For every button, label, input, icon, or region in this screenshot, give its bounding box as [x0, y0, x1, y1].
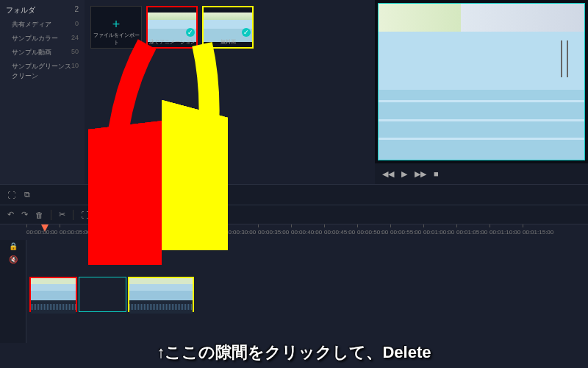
plus-icon: +	[112, 17, 121, 32]
thumb-label: 泳ぐアニメーション	[148, 38, 196, 46]
sidebar-item-colors[interactable]: サンプルカラー 24	[1, 32, 83, 46]
pool-ladder-graphic	[559, 40, 570, 77]
folder-label: フォルダ	[6, 5, 35, 15]
time-display: 00:00:00:00	[114, 210, 153, 219]
crop-button[interactable]: ⛶	[81, 210, 89, 219]
preview-video[interactable]	[378, 3, 585, 160]
timeline-clip-2[interactable]	[128, 277, 194, 312]
next-button[interactable]: ▶▶	[415, 169, 426, 179]
player-controls: ◀◀ ▶ ▶▶ ■	[375, 163, 588, 184]
import-media-button[interactable]: + ファイルをインポート	[90, 6, 142, 49]
media-sidebar: フォルダ 2 共有メディア 0 サンプルカラー 24 サンプル動画 50 サンプ…	[0, 0, 85, 184]
media-thumb-2[interactable]: ✓ 無料画	[202, 6, 254, 49]
folder-header[interactable]: フォルダ 2	[1, 3, 83, 18]
thumb-preview	[204, 13, 252, 42]
annotation-caption: ↑ここの隙間をクリックして、Delete	[0, 342, 588, 364]
sidebar-item-videos[interactable]: サンプル動画 50	[1, 46, 83, 60]
prev-button[interactable]: ◀◀	[382, 169, 394, 179]
check-icon: ✓	[242, 28, 251, 37]
folder-count: 2	[74, 5, 79, 15]
timeline-clip-1[interactable]	[29, 277, 77, 312]
lock-icon[interactable]: 🔒	[0, 240, 26, 253]
play-button[interactable]: ▶	[401, 169, 407, 179]
import-label: ファイルをインポート	[91, 32, 141, 46]
timeline-gap[interactable]	[79, 277, 126, 312]
sidebar-item-label: サンプル動画	[12, 48, 51, 57]
mute-icon[interactable]: 🔇	[0, 253, 26, 266]
track-area[interactable]: 🔒 🔇	[0, 240, 588, 343]
timeline-toolbar: ↶ ↷ 🗑 ✂ ⛶ 🔗 00:00:00:00	[0, 205, 588, 224]
sidebar-item-greenscreen[interactable]: サンプルグリーンスクリーン 10	[1, 60, 83, 83]
timeline: 00:00:00:00 00:00:05:00 00:00:10:00 00:0…	[0, 224, 588, 343]
preview-panel: ◀◀ ▶ ▶▶ ■	[375, 0, 588, 184]
sidebar-item-shared[interactable]: 共有メディア 0	[1, 18, 83, 32]
sidebar-item-label: サンプルカラー	[12, 34, 58, 43]
redo-button[interactable]: ↷	[21, 210, 28, 219]
undo-button[interactable]: ↶	[7, 210, 14, 219]
media-thumb-1[interactable]: ✓ 泳ぐアニメーション	[146, 6, 198, 49]
link-button[interactable]: 🔗	[96, 210, 107, 219]
track-controls: 🔒 🔇	[0, 240, 26, 343]
sidebar-item-label: 共有メディア	[12, 20, 51, 29]
copy-icon[interactable]: ⧉	[24, 190, 30, 199]
stop-button[interactable]: ■	[434, 169, 439, 178]
sidebar-item-label: サンプルグリーンスクリーン	[12, 62, 71, 81]
check-icon: ✓	[186, 28, 195, 37]
expand-icon[interactable]: ⛶	[7, 191, 15, 199]
thumb-label: 無料画	[204, 38, 252, 46]
cut-button[interactable]: ✂	[59, 210, 65, 219]
thumb-preview	[148, 13, 196, 42]
panel-toolbar: ⛶ ⧉	[0, 184, 588, 205]
media-panel: + ファイルをインポート ✓ 泳ぐアニメーション ✓ 無料画	[85, 0, 375, 184]
delete-button[interactable]: 🗑	[35, 210, 43, 219]
timeline-ruler[interactable]: 00:00:00:00 00:00:05:00 00:00:10:00 00:0…	[0, 224, 588, 240]
